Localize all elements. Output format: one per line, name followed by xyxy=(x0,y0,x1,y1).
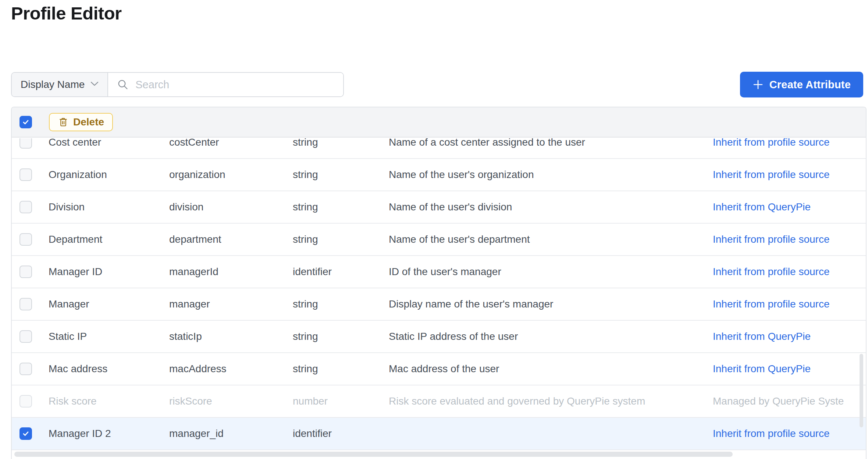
search-icon xyxy=(117,79,129,90)
search-control: Display Name xyxy=(11,72,344,97)
attribute-description: Name of the user's division xyxy=(389,201,713,213)
attribute-type: string xyxy=(293,201,389,213)
table-row[interactable]: Static IP staticIp string Static IP addr… xyxy=(12,321,866,353)
attribute-code: department xyxy=(169,234,293,245)
filter-label: Display Name xyxy=(21,79,85,90)
attribute-type: string xyxy=(293,331,389,342)
attribute-description: Static IP address of the user xyxy=(389,331,713,342)
attribute-type: string xyxy=(293,169,389,181)
trash-icon xyxy=(58,117,69,128)
row-checkbox[interactable] xyxy=(19,427,32,440)
attribute-code: division xyxy=(169,201,293,213)
attribute-description: Name of the user's department xyxy=(389,234,713,245)
search-input[interactable] xyxy=(129,79,343,91)
table-row[interactable]: Cost center costCenter string Name of a … xyxy=(12,138,866,159)
attribute-display-name: Organization xyxy=(49,169,169,181)
inherit-source-link[interactable]: Inherit from profile source xyxy=(713,266,829,277)
vertical-scrollbar[interactable] xyxy=(860,354,863,427)
table-bulk-bar: Delete xyxy=(12,107,866,138)
attribute-code: costCenter xyxy=(169,138,293,148)
attribute-display-name: Static IP xyxy=(49,331,169,342)
attribute-description: Display name of the user's manager xyxy=(389,298,713,310)
attribute-display-name: Cost center xyxy=(49,138,169,148)
row-checkbox[interactable] xyxy=(19,168,32,181)
inherit-source-link[interactable]: Inherit from profile source xyxy=(713,138,829,148)
row-checkbox xyxy=(19,395,32,408)
filter-dropdown[interactable]: Display Name xyxy=(12,73,108,96)
attribute-display-name: Department xyxy=(49,234,169,245)
check-icon xyxy=(22,430,30,438)
row-checkbox[interactable] xyxy=(19,363,32,375)
attributes-table: Delete Cost center costCenter string Nam… xyxy=(11,107,867,459)
attribute-type: number xyxy=(293,395,389,407)
row-checkbox[interactable] xyxy=(19,266,32,278)
attribute-code: managerId xyxy=(169,266,293,278)
inherit-source-link[interactable]: Inherit from profile source xyxy=(713,169,829,180)
horizontal-scrollbar[interactable] xyxy=(14,452,733,457)
attribute-description: Risk score evaluated and governed by Que… xyxy=(389,395,713,407)
table-row[interactable]: Department department string Name of the… xyxy=(12,224,866,256)
attribute-display-name: Manager ID xyxy=(49,266,169,278)
attribute-code: macAddress xyxy=(169,363,293,375)
create-attribute-button[interactable]: Create Attribute xyxy=(740,72,863,97)
page-title: Profile Editor xyxy=(11,2,122,24)
attribute-type: identifier xyxy=(293,266,389,278)
row-checkbox[interactable] xyxy=(19,201,32,213)
table-body: Cost center costCenter string Name of a … xyxy=(12,138,866,459)
table-row[interactable]: Manager ID managerId identifier ID of th… xyxy=(12,256,866,288)
attribute-type: string xyxy=(293,298,389,310)
row-checkbox[interactable] xyxy=(19,233,32,246)
inherit-source-link[interactable]: Inherit from QueryPie xyxy=(713,363,811,374)
attribute-display-name: Risk score xyxy=(49,395,169,407)
attribute-description: ID of the user's manager xyxy=(389,266,713,278)
table-row[interactable]: Risk score riskScore number Risk score e… xyxy=(12,385,866,418)
select-all-checkbox[interactable] xyxy=(19,116,32,128)
table-row[interactable]: Division division string Name of the use… xyxy=(12,191,866,224)
chevron-down-icon xyxy=(90,81,99,88)
attribute-type: string xyxy=(293,363,389,375)
table-row[interactable]: Organization organization string Name of… xyxy=(12,159,866,191)
delete-button[interactable]: Delete xyxy=(49,113,113,131)
table-row[interactable]: Manager ID 2 manager_id identifier Inher… xyxy=(12,418,866,450)
attribute-display-name: Manager ID 2 xyxy=(49,428,169,440)
attribute-description: Name of a cost center assigned to the us… xyxy=(389,138,713,148)
plus-icon xyxy=(753,79,764,90)
attribute-code: staticIp xyxy=(169,331,293,342)
attribute-display-name: Mac address xyxy=(49,363,169,375)
row-checkbox[interactable] xyxy=(19,330,32,343)
check-icon xyxy=(22,118,30,126)
inherit-source-link[interactable]: Inherit from profile source xyxy=(713,234,829,245)
attribute-code: manager_id xyxy=(169,428,293,440)
attribute-code: organization xyxy=(169,169,293,181)
attribute-description: Mac address of the user xyxy=(389,363,713,375)
attribute-description: Name of the user's organization xyxy=(389,169,713,181)
table-row[interactable]: Manager manager string Display name of t… xyxy=(12,288,866,321)
attribute-type: identifier xyxy=(293,428,389,440)
attribute-code: riskScore xyxy=(169,395,293,407)
inherit-source-link[interactable]: Inherit from QueryPie xyxy=(713,331,811,342)
inherit-source-link[interactable]: Inherit from profile source xyxy=(713,428,829,439)
row-checkbox[interactable] xyxy=(19,138,32,149)
create-attribute-label: Create Attribute xyxy=(769,79,851,91)
attribute-type: string xyxy=(293,234,389,245)
attribute-display-name: Division xyxy=(49,201,169,213)
table-row[interactable]: Mac address macAddress string Mac addres… xyxy=(12,353,866,385)
row-checkbox[interactable] xyxy=(19,298,32,310)
profile-editor-page: Profile Editor Display Name xyxy=(0,0,868,459)
inherit-source-link[interactable]: Inherit from profile source xyxy=(713,298,829,310)
attribute-code: manager xyxy=(169,298,293,310)
toolbar: Display Name Create Attribut xyxy=(11,72,867,97)
managed-by-text: Managed by QueryPie Syste xyxy=(713,395,844,407)
delete-label: Delete xyxy=(73,116,104,128)
attribute-display-name: Manager xyxy=(49,298,169,310)
inherit-source-link[interactable]: Inherit from QueryPie xyxy=(713,201,811,213)
attribute-type: string xyxy=(293,138,389,148)
search-box xyxy=(108,73,343,96)
